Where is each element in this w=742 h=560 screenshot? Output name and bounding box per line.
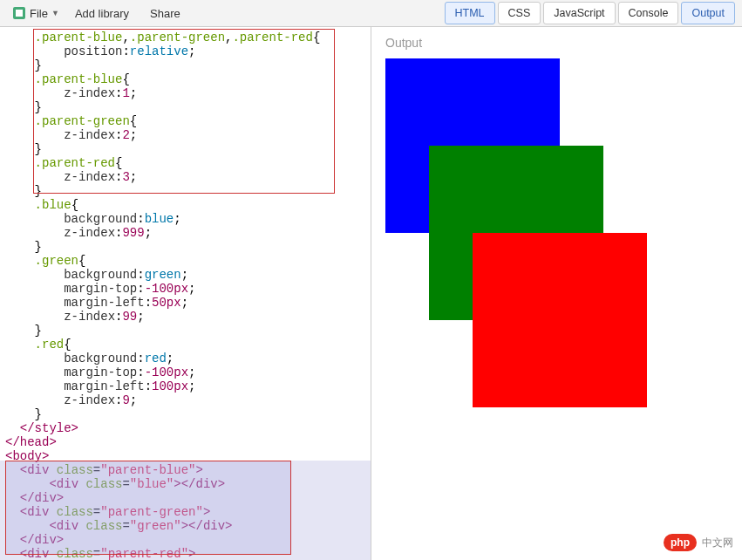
code-line: .green{ xyxy=(5,254,371,268)
code-line: <div class="blue"></div> xyxy=(5,477,371,491)
share-button[interactable]: Share xyxy=(140,3,191,24)
code-line: z-index:1; xyxy=(5,86,371,100)
code-line: margin-left:100px; xyxy=(5,379,371,393)
code-line: margin-left:50px; xyxy=(5,296,371,310)
code-line: } xyxy=(5,142,371,156)
code-line: .parent-blue,.parent-green,.parent-red{ xyxy=(5,31,371,44)
code-line: </style> xyxy=(5,421,371,435)
code-line: z-index:9; xyxy=(5,393,371,407)
code-line: margin-top:-100px; xyxy=(5,365,371,379)
code-line: <div class="green"></div> xyxy=(5,519,371,533)
tab-javascript[interactable]: JavaScript xyxy=(543,2,615,24)
watermark-badge: php xyxy=(664,534,697,551)
code-line: } xyxy=(5,184,371,198)
output-canvas xyxy=(385,58,742,407)
code-line: z-index:3; xyxy=(5,170,371,184)
watermark-text: 中文网 xyxy=(702,536,733,550)
code-line: } xyxy=(5,100,371,114)
toolbar: File ▼ Add library Share HTML CSS JavaSc… xyxy=(0,0,742,27)
code-line: <div class="parent-blue"> xyxy=(5,463,371,477)
watermark: php 中文网 xyxy=(664,534,733,551)
code-line: </div> xyxy=(5,533,371,547)
code-editor[interactable]: .parent-blue,.parent-green,.parent-red{ … xyxy=(0,27,371,560)
code-line: } xyxy=(5,324,371,338)
tab-output[interactable]: Output xyxy=(681,2,735,24)
svg-rect-1 xyxy=(16,10,23,17)
editor-pane[interactable]: .parent-blue,.parent-green,.parent-red{ … xyxy=(0,27,371,560)
toolbar-left: File ▼ Add library Share xyxy=(7,3,191,24)
red-square xyxy=(473,233,647,407)
file-label: File xyxy=(30,7,48,20)
code-line: .parent-green{ xyxy=(5,114,371,128)
add-library-button[interactable]: Add library xyxy=(65,3,140,24)
code-line: .red{ xyxy=(5,338,371,352)
code-line: margin-top:-100px; xyxy=(5,282,371,296)
code-line: .parent-red{ xyxy=(5,156,371,170)
chevron-down-icon: ▼ xyxy=(51,9,59,17)
parent-red xyxy=(385,233,742,407)
code-line: z-index:999; xyxy=(5,226,371,240)
output-pane: Output php 中文网 xyxy=(371,27,742,560)
code-line: .blue{ xyxy=(5,198,371,212)
jsbin-icon xyxy=(12,6,26,20)
code-line: position:relative; xyxy=(5,44,371,58)
code-line: background:green; xyxy=(5,268,371,282)
code-line: } xyxy=(5,407,371,421)
code-line: <body> xyxy=(5,449,371,463)
toolbar-right: HTML CSS JavaScript Console Output xyxy=(442,2,736,24)
code-line: <div class="parent-green"> xyxy=(5,505,371,519)
code-line: } xyxy=(5,58,371,72)
code-line: .parent-blue{ xyxy=(5,72,371,86)
output-header: Output xyxy=(371,27,742,58)
tab-css[interactable]: CSS xyxy=(498,2,541,24)
code-line: } xyxy=(5,240,371,254)
code-line: </div> xyxy=(5,491,371,505)
main: .parent-blue,.parent-green,.parent-red{ … xyxy=(0,27,742,560)
code-line: background:blue; xyxy=(5,212,371,226)
code-line: background:red; xyxy=(5,352,371,365)
file-menu[interactable]: File ▼ xyxy=(7,3,65,24)
code-line: z-index:99; xyxy=(5,310,371,324)
tab-console[interactable]: Console xyxy=(618,2,679,24)
code-line: z-index:2; xyxy=(5,128,371,142)
code-line: <div class="parent-red"> xyxy=(5,547,371,560)
tab-html[interactable]: HTML xyxy=(445,2,495,24)
code-line: </head> xyxy=(5,435,371,449)
